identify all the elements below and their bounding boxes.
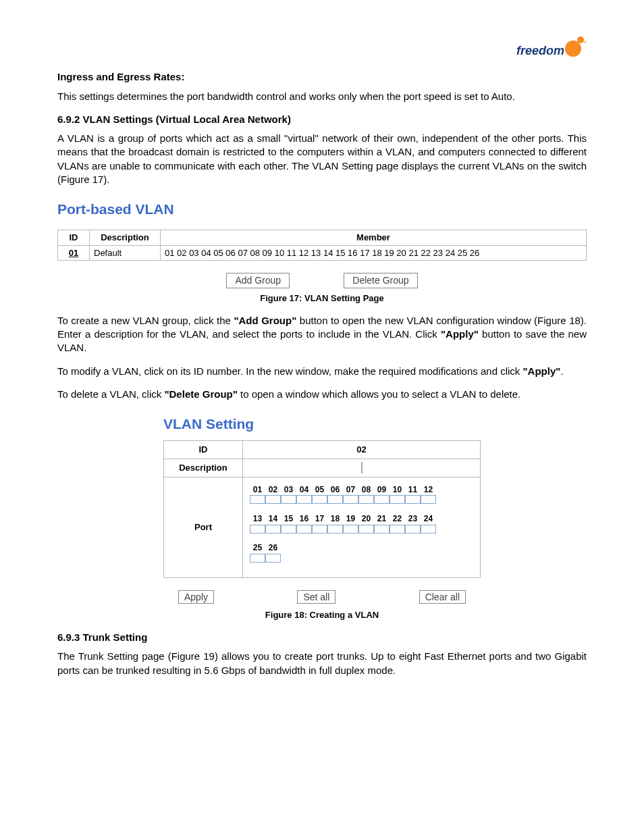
port-label: 10: [390, 484, 405, 495]
port-checkbox[interactable]: [405, 525, 421, 533]
port-checkbox[interactable]: [358, 495, 374, 504]
port-label: 16: [296, 513, 312, 524]
fig18-caption: Figure 18: Creating a VLAN: [57, 609, 587, 621]
label-description: Description: [164, 459, 243, 477]
vlan-list-table: ID Description Member 01 Default 01 02 0…: [57, 230, 587, 261]
port-checkbox[interactable]: [250, 525, 265, 533]
port-label: 14: [265, 513, 281, 524]
port-label: 15: [281, 513, 296, 524]
port-label: 07: [343, 484, 358, 495]
col-desc: Description: [90, 230, 161, 246]
fig18-title: VLAN Setting: [163, 415, 481, 434]
port-label: 20: [358, 513, 374, 524]
section-692-heading: 6.9.2 VLAN Settings (Virtual Local Area …: [57, 113, 587, 126]
port-checkbox[interactable]: [374, 495, 390, 504]
set-all-button[interactable]: Set all: [297, 590, 336, 604]
ingress-body: This settings determines the port bandwi…: [57, 90, 587, 103]
port-label: 19: [343, 513, 358, 524]
add-group-button[interactable]: Add Group: [226, 273, 290, 288]
port-checkbox[interactable]: [390, 525, 405, 533]
port-checkbox[interactable]: [281, 495, 296, 504]
port-label: 26: [265, 542, 281, 553]
port-checkbox[interactable]: [327, 525, 343, 533]
vlan-members-cell: 01 02 03 04 05 06 07 08 09 10 11 12 13 1…: [161, 245, 587, 261]
port-checkbox[interactable]: [374, 525, 390, 533]
apply-button[interactable]: Apply: [178, 590, 214, 604]
port-label: 24: [421, 513, 436, 524]
port-label: 21: [374, 513, 390, 524]
logo-circle-icon: [565, 41, 581, 57]
section-693-body: The Trunk Setting page (Figure 19) allow…: [57, 650, 587, 677]
ingress-heading: Ingress and Egress Rates:: [57, 70, 587, 84]
port-label: 22: [390, 513, 405, 524]
port-checkbox[interactable]: [390, 495, 405, 504]
port-checkbox[interactable]: [327, 495, 343, 504]
section-693-heading: 6.9.3 Trunk Setting: [57, 631, 587, 644]
vlan-id-value: 02: [243, 441, 481, 459]
port-checkbox[interactable]: [343, 525, 358, 533]
col-id: ID: [58, 230, 90, 246]
vlan-setting-table: ID 02 Description Port 01020304050607080…: [163, 440, 481, 577]
port-checkbox[interactable]: [358, 525, 374, 533]
port-checkbox[interactable]: [421, 495, 436, 504]
port-checkbox[interactable]: [312, 495, 327, 504]
para-delete: To delete a VLAN, click "Delete Group" t…: [57, 388, 587, 401]
fig17-title: Port-based VLAN: [57, 200, 587, 219]
vlan-id-link[interactable]: 01: [69, 248, 78, 258]
para-modify: To modify a VLAN, click on its ID number…: [57, 365, 587, 378]
section-692-body: A VLAN is a group of ports which act as …: [57, 132, 587, 186]
port-checkbox[interactable]: [421, 525, 436, 533]
description-input[interactable]: [361, 462, 363, 473]
port-label: 01: [250, 484, 265, 495]
port-label: 04: [296, 484, 312, 495]
port-checkbox[interactable]: [265, 554, 281, 563]
port-label: 12: [421, 484, 436, 495]
port-checkbox[interactable]: [281, 525, 296, 533]
port-checkbox[interactable]: [296, 525, 312, 533]
port-label: 13: [250, 513, 265, 524]
port-label: 05: [312, 484, 327, 495]
fig17-caption: Figure 17: VLAN Setting Page: [57, 292, 587, 305]
port-label: 03: [281, 484, 296, 495]
port-grid: 010203040506070809101112 131415161718192…: [250, 484, 436, 571]
port-label: 08: [358, 484, 374, 495]
port-checkbox[interactable]: [250, 495, 265, 504]
port-checkbox[interactable]: [296, 495, 312, 504]
vlan-desc-cell: Default: [90, 245, 161, 261]
port-label: 09: [374, 484, 390, 495]
port-checkbox[interactable]: [265, 495, 281, 504]
port-checkbox[interactable]: [265, 525, 281, 533]
label-id: ID: [164, 441, 243, 459]
label-port: Port: [164, 477, 243, 577]
port-checkbox[interactable]: [343, 495, 358, 504]
port-label: 18: [327, 513, 343, 524]
clear-all-button[interactable]: Clear all: [419, 590, 466, 604]
port-label: 17: [312, 513, 327, 524]
delete-group-button[interactable]: Delete Group: [344, 273, 417, 288]
logo: freedom™: [57, 41, 587, 58]
logo-text: freedom: [516, 44, 564, 57]
port-label: 06: [327, 484, 343, 495]
port-checkbox[interactable]: [250, 554, 265, 563]
port-label: 23: [405, 513, 421, 524]
table-row: 01 Default 01 02 03 04 05 06 07 08 09 10…: [58, 245, 587, 261]
col-member: Member: [161, 230, 587, 246]
port-checkbox[interactable]: [312, 525, 327, 533]
port-label: 25: [250, 542, 265, 553]
port-label: 02: [265, 484, 281, 495]
port-checkbox[interactable]: [405, 495, 421, 504]
para-create: To create a new VLAN group, click the "A…: [57, 314, 587, 355]
port-label: 11: [405, 484, 421, 495]
